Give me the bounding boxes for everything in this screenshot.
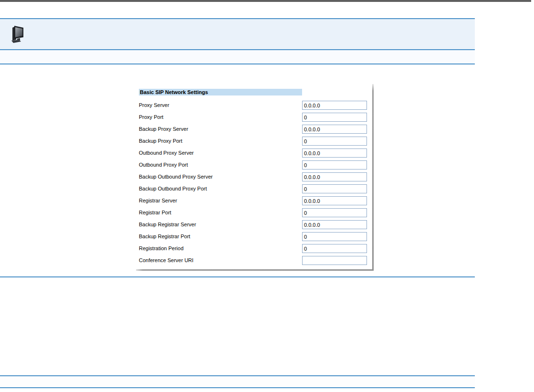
settings-row: Conference Server URI xyxy=(133,256,373,268)
field-label: Backup Proxy Server xyxy=(139,125,188,134)
field-label: Outbound Proxy Server xyxy=(139,148,194,158)
proxy-port-input[interactable] xyxy=(302,113,367,122)
backup-outbound-proxy-port-input[interactable] xyxy=(302,184,367,193)
field-label: Registrar Port xyxy=(139,208,171,217)
field-label: Registrar Server xyxy=(139,196,177,205)
outbound-proxy-server-input[interactable] xyxy=(302,148,367,158)
settings-row: Backup Proxy Port xyxy=(133,137,373,148)
settings-row: Outbound Proxy Server xyxy=(133,148,373,160)
field-label: Backup Registrar Port xyxy=(139,232,190,241)
backup-proxy-port-input[interactable] xyxy=(302,137,367,146)
divider-line xyxy=(0,64,475,64)
field-label: Outbound Proxy Port xyxy=(139,160,188,170)
outbound-proxy-port-input[interactable] xyxy=(302,160,367,170)
settings-rows: Proxy Server Proxy Port Backup Proxy Ser… xyxy=(133,101,373,268)
panel-shadow-bottom xyxy=(136,269,374,271)
page-root: Basic SIP Network Settings Proxy Server … xyxy=(0,0,534,392)
backup-registrar-port-input[interactable] xyxy=(302,232,367,241)
settings-row: Registration Period xyxy=(133,244,373,256)
divider-line xyxy=(0,276,475,277)
settings-row: Backup Outbound Proxy Port xyxy=(133,184,373,196)
field-label: Backup Outbound Proxy Server xyxy=(139,172,213,181)
settings-row: Proxy Port xyxy=(133,113,373,125)
backup-outbound-proxy-server-input[interactable] xyxy=(302,172,367,181)
field-label: Proxy Server xyxy=(139,101,169,110)
settings-row: Backup Outbound Proxy Server xyxy=(133,172,373,184)
computer-workstation-icon xyxy=(10,24,24,43)
registration-period-input[interactable] xyxy=(302,244,367,253)
sub-header-band xyxy=(0,50,475,64)
settings-panel: Basic SIP Network Settings Proxy Server … xyxy=(133,81,373,270)
field-label: Conference Server URI xyxy=(139,256,193,265)
backup-proxy-server-input[interactable] xyxy=(302,125,367,134)
footer-band xyxy=(0,376,475,387)
settings-row: Registrar Port xyxy=(133,208,373,220)
backup-registrar-server-input[interactable] xyxy=(302,220,367,229)
settings-row: Outbound Proxy Port xyxy=(133,160,373,172)
divider-line xyxy=(0,387,475,388)
settings-row: Registrar Server xyxy=(133,196,373,208)
page-header-band xyxy=(0,19,475,49)
top-window-bar xyxy=(0,0,531,2)
field-label: Backup Proxy Port xyxy=(139,137,182,146)
section-title: Basic SIP Network Settings xyxy=(139,89,302,95)
settings-row: Backup Registrar Server xyxy=(133,220,373,232)
registrar-server-input[interactable] xyxy=(302,196,367,205)
proxy-server-input[interactable] xyxy=(302,101,367,110)
field-label: Backup Registrar Server xyxy=(139,220,196,229)
field-label: Registration Period xyxy=(139,244,184,253)
registrar-port-input[interactable] xyxy=(302,208,367,217)
field-label: Proxy Port xyxy=(139,113,163,122)
settings-row: Backup Proxy Server xyxy=(133,125,373,137)
field-label: Backup Outbound Proxy Port xyxy=(139,184,207,193)
settings-row: Proxy Server xyxy=(133,101,373,113)
settings-row: Backup Registrar Port xyxy=(133,232,373,244)
conference-server-uri-input[interactable] xyxy=(302,256,367,265)
